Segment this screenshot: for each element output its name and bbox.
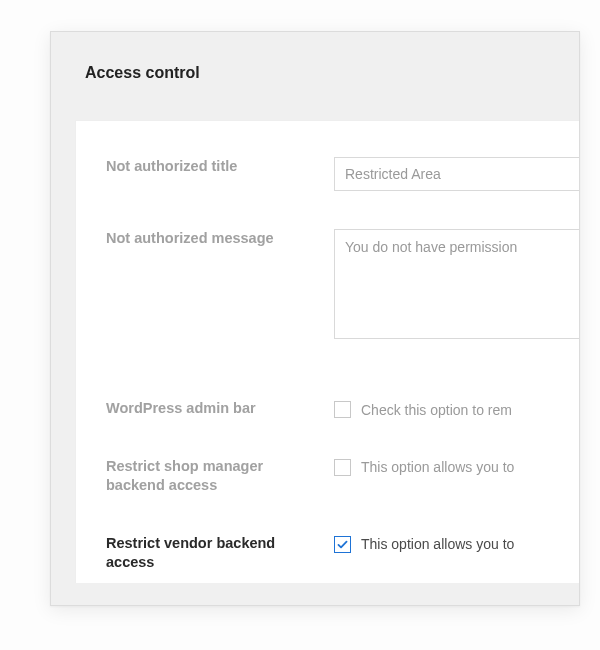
row-restrict-shop-manager: Restrict shop manager backend access Thi… xyxy=(76,445,579,522)
checkbox-restrict-vendor[interactable] xyxy=(334,536,351,553)
checkbox-restrict-shop-manager[interactable] xyxy=(334,459,351,476)
desc-restrict-shop-manager: This option allows you to xyxy=(361,459,514,475)
desc-restrict-vendor: This option allows you to xyxy=(361,536,514,552)
checkmark-icon xyxy=(336,538,349,551)
row-wp-admin-bar: WordPress admin bar Check this option to… xyxy=(76,387,579,445)
field-wp-admin-bar: Check this option to rem xyxy=(334,399,579,418)
checkbox-wp-admin-bar[interactable] xyxy=(334,401,351,418)
label-restrict-vendor: Restrict vendor backend access xyxy=(106,534,334,573)
row-not-authorized-title: Not authorized title xyxy=(76,145,579,217)
field-restrict-vendor: This option allows you to xyxy=(334,534,579,553)
section-title: Access control xyxy=(51,32,579,82)
field-not-authorized-title xyxy=(334,157,579,191)
label-not-authorized-message: Not authorized message xyxy=(106,229,334,249)
checkline-restrict-shop-manager: This option allows you to xyxy=(334,457,579,476)
checkline-restrict-vendor: This option allows you to xyxy=(334,534,579,553)
row-not-authorized-message: Not authorized message xyxy=(76,217,579,369)
input-not-authorized-title[interactable] xyxy=(334,157,579,191)
row-restrict-vendor: Restrict vendor backend access This opti… xyxy=(76,522,579,583)
checkline-wp-admin-bar: Check this option to rem xyxy=(334,399,579,418)
desc-wp-admin-bar: Check this option to rem xyxy=(361,402,512,418)
label-wp-admin-bar: WordPress admin bar xyxy=(106,399,334,419)
settings-card: Access control Not authorized title Not … xyxy=(50,31,580,606)
textarea-not-authorized-message[interactable] xyxy=(334,229,579,339)
settings-panel: Not authorized title Not authorized mess… xyxy=(75,120,579,583)
spacer xyxy=(76,369,579,387)
field-not-authorized-message xyxy=(334,229,579,343)
label-not-authorized-title: Not authorized title xyxy=(106,157,334,177)
label-restrict-shop-manager: Restrict shop manager backend access xyxy=(106,457,334,496)
field-restrict-shop-manager: This option allows you to xyxy=(334,457,579,476)
